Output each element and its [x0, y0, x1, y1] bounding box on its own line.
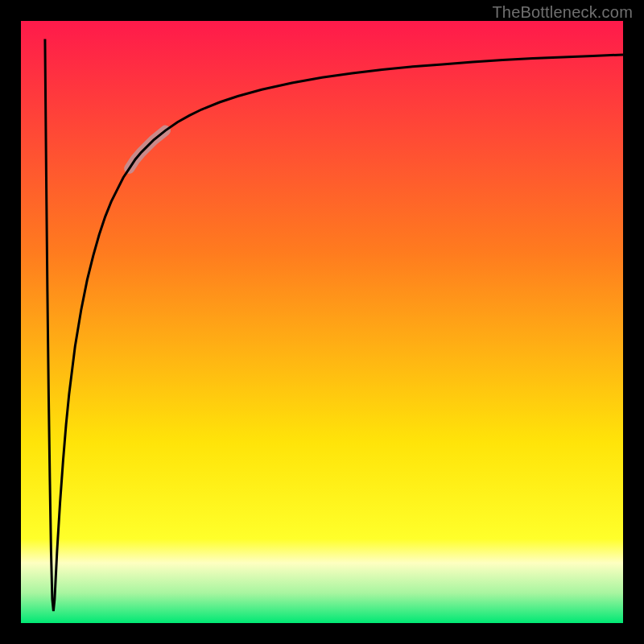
plot-area: [21, 21, 623, 623]
gradient-background: [21, 21, 623, 623]
attribution-label: TheBottleneck.com: [492, 3, 633, 22]
chart-svg: [21, 21, 623, 623]
chart-frame: TheBottleneck.com: [0, 0, 644, 644]
